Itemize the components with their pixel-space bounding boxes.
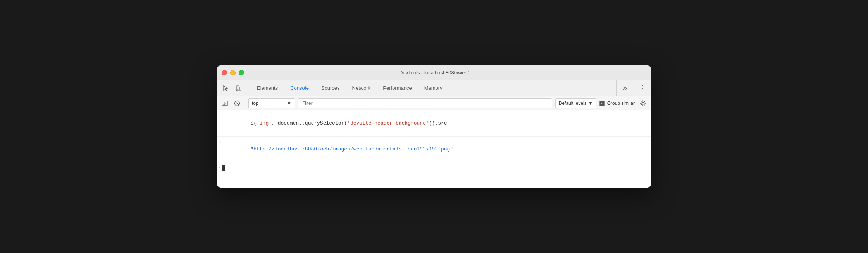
context-selector[interactable]: top ▼: [248, 98, 295, 108]
close-button[interactable]: [222, 70, 227, 75]
devtools-window: DevTools - localhost:8080/web/ Elements: [217, 65, 651, 188]
levels-arrow: ▼: [588, 101, 593, 106]
output-quote-close: ": [450, 146, 453, 152]
filter-input[interactable]: [298, 98, 552, 108]
code-text-3: , document.querySelector(: [272, 120, 347, 126]
window-title: DevTools - localhost:8080/web/: [399, 70, 469, 75]
tab-sources[interactable]: Sources: [315, 80, 346, 96]
console-content: › $('img', document.querySelector('devsi…: [217, 110, 651, 188]
toolbar-divider-1: [245, 99, 245, 107]
toolbar-right: » ⋮: [616, 80, 648, 96]
group-similar-checkbox[interactable]: ✓: [599, 101, 605, 106]
console-line-output: ‹ "http://localhost:8080/web/images/web-…: [217, 137, 651, 163]
code-text-1: $(: [250, 120, 257, 126]
group-similar-label: Group similar: [607, 101, 635, 106]
context-value: top: [252, 101, 258, 106]
console-input-text: $('img', document.querySelector('devsite…: [226, 112, 648, 135]
toolbar-icons: [220, 80, 249, 96]
group-similar-control[interactable]: ✓ Group similar: [599, 101, 635, 106]
traffic-lights: [222, 70, 244, 75]
console-output-text: "http://localhost:8080/web/images/web-fu…: [226, 138, 648, 161]
output-link[interactable]: http://localhost:8080/web/images/web-fun…: [253, 146, 450, 152]
input-arrow-icon: ›: [219, 113, 226, 118]
console-prompt-line[interactable]: ›: [217, 162, 651, 173]
more-tabs-button[interactable]: »: [620, 83, 630, 94]
tab-network[interactable]: Network: [346, 80, 377, 96]
maximize-button[interactable]: [239, 70, 244, 75]
minimize-button[interactable]: [230, 70, 236, 75]
console-toolbar: top ▼ Default levels ▼ ✓ Group similar: [217, 96, 651, 110]
console-line-input: › $('img', document.querySelector('devsi…: [217, 110, 651, 137]
inspect-icon[interactable]: [220, 83, 231, 94]
tab-performance[interactable]: Performance: [377, 80, 418, 96]
checkmark-icon: ✓: [601, 101, 604, 105]
code-text-2: 'img': [257, 120, 272, 126]
device-toggle-icon[interactable]: [233, 83, 244, 94]
svg-rect-1: [239, 87, 241, 90]
devtools-menu-button[interactable]: ⋮: [637, 83, 648, 94]
tab-bar: Elements Console Sources Network Perform…: [217, 80, 651, 96]
svg-point-7: [642, 102, 644, 104]
show-drawer-icon[interactable]: [220, 99, 229, 108]
code-text-5: )).src: [429, 120, 447, 126]
levels-label: Default levels: [559, 101, 587, 106]
code-text-4: 'devsite-header-background': [347, 120, 429, 126]
context-arrow: ▼: [287, 101, 291, 106]
titlebar: DevTools - localhost:8080/web/: [217, 65, 651, 80]
tab-elements[interactable]: Elements: [251, 80, 284, 96]
tabs: Elements Console Sources Network Perform…: [251, 80, 616, 96]
console-settings-icon[interactable]: [638, 98, 648, 108]
tab-console[interactable]: Console: [284, 80, 315, 96]
cursor: [222, 165, 225, 171]
prompt-arrow-icon: ›: [219, 165, 222, 171]
output-arrow-icon: ‹: [219, 138, 226, 145]
log-levels-button[interactable]: Default levels ▼: [555, 98, 596, 108]
svg-line-6: [236, 101, 239, 105]
clear-console-icon[interactable]: [232, 99, 242, 108]
tab-memory[interactable]: Memory: [418, 80, 449, 96]
